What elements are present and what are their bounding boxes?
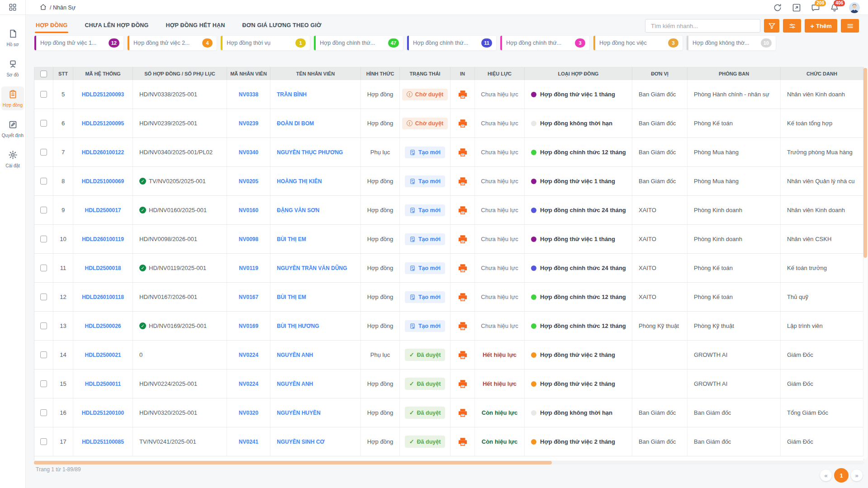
employee-code-link[interactable]: NV0241: [239, 439, 258, 445]
row-checkbox[interactable]: [40, 351, 47, 358]
print-icon[interactable]: [458, 350, 468, 360]
system-code-link[interactable]: HDLD260100118: [82, 294, 124, 300]
system-code-link[interactable]: HDLD251100085: [82, 439, 124, 445]
print-icon[interactable]: [458, 90, 468, 99]
employee-code-link[interactable]: NV0340: [239, 149, 258, 156]
print-icon[interactable]: [458, 263, 468, 273]
row-checkbox[interactable]: [40, 265, 47, 271]
notifications-bell-icon[interactable]: 406: [830, 3, 839, 12]
horizontal-scrollbar[interactable]: [34, 461, 552, 464]
filter-button[interactable]: [764, 19, 779, 33]
employee-code-link[interactable]: NV0224: [239, 352, 258, 358]
employee-code-link[interactable]: NV0239: [239, 120, 258, 127]
column-settings-button[interactable]: [783, 19, 801, 33]
print-icon[interactable]: [458, 118, 468, 128]
prev-page-button[interactable]: «: [820, 469, 832, 481]
filter-chip-1[interactable]: Hợp đồng thử việc 2...4: [127, 35, 217, 51]
print-icon[interactable]: [458, 408, 468, 418]
system-code-link[interactable]: HDLD260100122: [82, 149, 124, 156]
employee-name-link[interactable]: NGUYỄN HUYỀN: [277, 410, 321, 416]
print-icon[interactable]: [458, 176, 468, 186]
employee-code-link[interactable]: NV0205: [239, 178, 258, 185]
employee-code-link[interactable]: NV0098: [239, 236, 258, 242]
employee-name-link[interactable]: NGUYỄN THỤC PHƯƠNG: [277, 149, 343, 156]
employee-name-link[interactable]: NGUYỄN SINH CƠ: [277, 439, 325, 445]
system-code-link[interactable]: HDLD260100119: [82, 236, 124, 242]
tab-1[interactable]: CHƯA LÊN HỢP ĐỒNG: [84, 19, 149, 33]
row-checkbox[interactable]: [40, 207, 47, 213]
row-checkbox[interactable]: [40, 322, 47, 329]
sidebar-item-so-do[interactable]: Sơ đồ: [1, 56, 24, 80]
filter-chip-6[interactable]: Hợp đồng học việc3: [593, 35, 683, 51]
employee-code-link[interactable]: NV0320: [239, 410, 258, 416]
employee-name-link[interactable]: ĐẶNG VĂN SƠN: [277, 207, 319, 213]
row-checkbox[interactable]: [40, 294, 47, 300]
row-checkbox[interactable]: [40, 409, 47, 416]
refresh-icon[interactable]: [773, 3, 782, 12]
tab-0[interactable]: HỢP ĐỒNG: [35, 19, 68, 33]
employee-name-link[interactable]: BÙI THỊ EM: [277, 294, 306, 300]
fullscreen-icon[interactable]: [792, 3, 801, 12]
system-code-link[interactable]: HDLD251000069: [82, 178, 124, 185]
sidebar-item-hop-dong[interactable]: Hợp đồng: [1, 86, 24, 110]
system-code-link[interactable]: HDLD2500017: [85, 207, 121, 213]
system-code-link[interactable]: HDLD2500026: [85, 323, 121, 329]
employee-code-link[interactable]: NV0167: [239, 294, 258, 300]
home-icon[interactable]: [40, 4, 47, 12]
row-checkbox[interactable]: [40, 236, 47, 242]
add-button[interactable]: + Thêm: [805, 19, 837, 33]
row-checkbox[interactable]: [40, 120, 47, 127]
print-icon[interactable]: [458, 234, 468, 244]
user-avatar[interactable]: [849, 2, 860, 13]
filter-chip-3[interactable]: Hợp đồng chính thứ...47: [313, 35, 403, 51]
employee-name-link[interactable]: BÙI THỊ EM: [277, 236, 306, 242]
search-input[interactable]: [645, 19, 760, 33]
employee-code-link[interactable]: NV0119: [239, 265, 258, 271]
filter-chip-5[interactable]: Hợp đồng chính thứ...3: [500, 35, 590, 51]
vertical-scrollbar-track[interactable]: [863, 67, 867, 460]
print-icon[interactable]: [458, 292, 468, 302]
row-checkbox[interactable]: [40, 178, 47, 185]
employee-name-link[interactable]: ĐOÀN DI BOM: [277, 120, 314, 127]
vertical-scrollbar[interactable]: [863, 68, 867, 258]
employee-code-link[interactable]: NV0338: [239, 91, 258, 98]
system-code-link[interactable]: HDLD251200100: [82, 410, 124, 416]
system-code-link[interactable]: HDLD251200093: [82, 91, 124, 98]
print-icon[interactable]: [458, 437, 468, 447]
print-icon[interactable]: [458, 379, 468, 389]
row-checkbox[interactable]: [40, 438, 47, 445]
sidebar-item-quyet-dinh[interactable]: Quyết định: [1, 117, 24, 141]
row-checkbox[interactable]: [40, 91, 47, 98]
horizontal-scrollbar-track[interactable]: [34, 461, 864, 464]
messages-icon[interactable]: 208: [811, 3, 820, 12]
next-page-button[interactable]: »: [851, 469, 863, 481]
sidebar-item-ho-so[interactable]: Hồ sơ: [1, 26, 24, 50]
apps-grid-icon[interactable]: [0, 0, 25, 15]
more-menu-button[interactable]: [841, 19, 859, 33]
row-checkbox[interactable]: [40, 380, 47, 387]
employee-name-link[interactable]: NGUYỄN ANH: [277, 352, 313, 358]
tab-3[interactable]: ĐƠN GIÁ LƯƠNG THEO GIỜ: [242, 19, 323, 33]
filter-chip-4[interactable]: Hợp đồng chính thứ...11: [407, 35, 497, 51]
employee-code-link[interactable]: NV0160: [239, 207, 258, 213]
filter-chip-0[interactable]: Hợp đồng thử việc 1...12: [34, 35, 124, 51]
sidebar-item-cai-dat[interactable]: Cài đặt: [1, 147, 24, 171]
employee-name-link[interactable]: HOÀNG THỊ KIÊN: [277, 178, 322, 185]
employee-name-link[interactable]: BÙI THỊ HƯƠNG: [277, 323, 319, 329]
filter-chip-2[interactable]: Hợp đồng thời vụ1: [220, 35, 310, 51]
system-code-link[interactable]: HDLD251200095: [82, 120, 124, 127]
employee-name-link[interactable]: TRẦN BÌNH: [277, 91, 307, 98]
system-code-link[interactable]: HDLD2500021: [85, 352, 121, 358]
employee-code-link[interactable]: NV0169: [239, 323, 258, 329]
select-all-checkbox[interactable]: [40, 71, 47, 77]
employee-name-link[interactable]: NGUYỄN TRẦN VĂN DŨNG: [277, 265, 347, 271]
current-page-button[interactable]: 1: [834, 468, 849, 483]
print-icon[interactable]: [458, 147, 468, 157]
employee-code-link[interactable]: NV0224: [239, 381, 258, 387]
filter-chip-7[interactable]: Hợp đồng không thờ...10: [686, 35, 776, 51]
print-icon[interactable]: [458, 321, 468, 331]
employee-name-link[interactable]: NGUYỄN ANH: [277, 381, 313, 387]
print-icon[interactable]: [458, 205, 468, 215]
row-checkbox[interactable]: [40, 149, 47, 156]
system-code-link[interactable]: HDLD2500011: [85, 381, 121, 387]
